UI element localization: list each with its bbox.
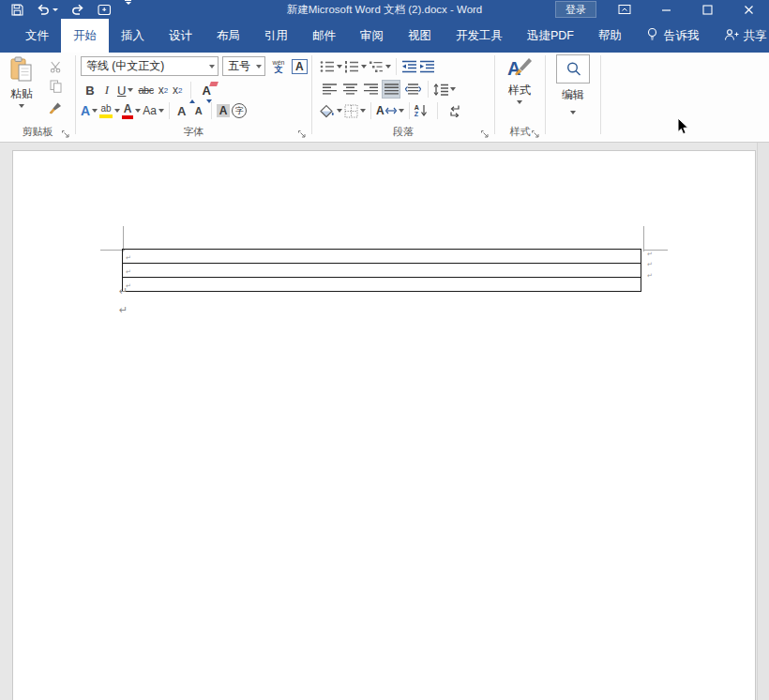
enclose-character-button[interactable]: 字 xyxy=(232,101,247,120)
highlight-color-button[interactable]: ab xyxy=(99,101,120,120)
eraser-icon xyxy=(209,82,219,86)
distribute-button[interactable] xyxy=(402,80,423,99)
tab-references[interactable]: 引用 xyxy=(252,19,300,53)
increase-indent-button[interactable] xyxy=(419,57,435,76)
tab-help[interactable]: 帮助 xyxy=(586,19,634,53)
align-center-button[interactable] xyxy=(340,80,359,99)
vertical-scrollbar[interactable] xyxy=(757,143,769,700)
styles-label: 样式 xyxy=(508,83,531,99)
share-label: 共享 xyxy=(744,28,767,44)
phonetic-guide-button[interactable]: wén 文 xyxy=(269,57,288,76)
redo-icon[interactable] xyxy=(71,0,84,19)
copy-icon[interactable] xyxy=(45,79,66,94)
share-button[interactable]: 共享 xyxy=(712,19,769,53)
format-painter-icon[interactable] xyxy=(45,99,66,116)
tab-insert[interactable]: 插入 xyxy=(109,19,157,53)
sort-button[interactable]: A Z xyxy=(415,101,428,120)
bullets-button[interactable] xyxy=(320,57,342,76)
editing-dropdown-icon[interactable] xyxy=(570,111,576,114)
clipboard-dialog-launcher-icon[interactable] xyxy=(61,129,70,138)
maximize-icon[interactable] xyxy=(686,0,728,19)
paragraph-group-label: 段落 xyxy=(312,125,494,139)
subscript-button[interactable]: x2 xyxy=(158,81,168,99)
quick-access-toolbar xyxy=(0,0,131,19)
highlight-yellow-bar xyxy=(99,114,113,118)
styles-button[interactable]: ​ A 样式 xyxy=(501,56,538,124)
document-page[interactable]: ↵ ↵ ↵ ↵ ↵ ↵ ↵ ↵ xyxy=(12,150,756,700)
styles-dropdown-icon[interactable] xyxy=(517,100,522,104)
table-cell[interactable]: ↵ xyxy=(123,278,641,292)
tab-review[interactable]: 审阅 xyxy=(348,19,396,53)
asian-layout-button[interactable]: A xyxy=(376,101,404,120)
shrink-font-button[interactable]: A xyxy=(191,101,206,120)
underline-button[interactable]: U xyxy=(117,81,133,99)
font-dialog-launcher-icon[interactable] xyxy=(297,129,307,138)
close-icon[interactable] xyxy=(728,0,769,19)
shading-button[interactable] xyxy=(319,101,342,120)
tab-pdf[interactable]: 迅捷PDF xyxy=(515,19,586,53)
underline-dropdown-icon[interactable] xyxy=(128,88,133,92)
table-row: ↵ xyxy=(123,264,641,278)
font-size-dropdown-icon[interactable] xyxy=(256,65,262,68)
tab-design[interactable]: 设计 xyxy=(157,19,204,53)
font-name-select[interactable]: 等线 (中文正文) xyxy=(81,56,219,76)
tab-view[interactable]: 视图 xyxy=(396,19,444,53)
styles-dialog-launcher-icon[interactable] xyxy=(531,129,540,138)
customize-quick-access-icon[interactable] xyxy=(125,0,131,19)
sign-in-button[interactable]: 登录 xyxy=(555,1,596,18)
strikethrough-button[interactable]: abc xyxy=(138,81,153,99)
line-spacing-button[interactable] xyxy=(433,80,456,99)
tab-file[interactable]: 文件 xyxy=(13,19,61,53)
table-cell[interactable]: ↵ xyxy=(123,250,641,264)
font-size-select[interactable]: 五号 xyxy=(222,56,265,76)
save-icon[interactable] xyxy=(11,0,23,19)
decrease-indent-button[interactable] xyxy=(401,57,417,76)
undo-icon[interactable] xyxy=(37,0,58,19)
text-effects-button[interactable]: A xyxy=(81,101,98,120)
font-name-dropdown-icon[interactable] xyxy=(209,65,215,68)
editing-button[interactable]: 编辑 xyxy=(554,54,592,129)
paste-dropdown-icon[interactable] xyxy=(19,104,24,108)
multilevel-list-button[interactable] xyxy=(369,57,391,76)
bold-button[interactable]: B xyxy=(83,81,97,99)
document-table[interactable]: ↵ ↵ ↵ xyxy=(122,249,641,292)
change-case-button[interactable]: Aa xyxy=(143,101,164,120)
justify-button[interactable] xyxy=(382,80,400,99)
table-row: ↵ xyxy=(123,250,641,264)
table-cell[interactable]: ↵ xyxy=(123,264,641,278)
font-color-red-bar xyxy=(122,115,133,119)
find-search-box[interactable] xyxy=(556,54,590,84)
tab-home[interactable]: 开始 xyxy=(61,19,109,53)
tab-layout[interactable]: 布局 xyxy=(204,19,252,53)
grow-font-button[interactable]: A xyxy=(174,101,189,120)
borders-button[interactable] xyxy=(344,101,366,120)
paragraph-mark: ↵ xyxy=(119,304,128,316)
tell-me-box[interactable]: 告诉我 xyxy=(634,19,712,53)
paragraph-mark: ↵ xyxy=(119,285,128,297)
font-group-label: 字体 xyxy=(76,125,311,139)
tab-developer[interactable]: 开发工具 xyxy=(444,19,515,53)
touch-mouse-mode-icon[interactable] xyxy=(98,0,112,19)
italic-button[interactable]: I xyxy=(101,81,113,99)
align-right-button[interactable] xyxy=(361,80,380,99)
cut-icon[interactable] xyxy=(45,59,66,74)
clear-formatting-button[interactable]: A xyxy=(203,81,211,99)
share-person-icon xyxy=(724,28,739,44)
end-of-cell-mark: ↵ xyxy=(126,268,131,275)
undo-dropdown-icon[interactable] xyxy=(53,8,58,11)
minimize-icon[interactable] xyxy=(645,0,686,19)
tab-mailings[interactable]: 邮件 xyxy=(300,19,348,53)
superscript-button[interactable]: x2 xyxy=(173,81,182,99)
end-of-cell-mark: ↵ xyxy=(126,254,131,261)
paragraph-dialog-launcher-icon[interactable] xyxy=(480,129,490,138)
font-color-button[interactable]: A xyxy=(122,101,141,120)
lightbulb-icon xyxy=(646,27,658,44)
end-of-row-mark: ↵ xyxy=(647,272,653,280)
ribbon-display-options-icon[interactable] xyxy=(604,0,645,19)
show-hide-marks-button[interactable] xyxy=(448,101,461,120)
paste-button[interactable]: 粘贴 xyxy=(5,56,38,124)
align-left-button[interactable] xyxy=(320,80,339,99)
numbering-button[interactable] xyxy=(344,57,367,76)
character-border-button[interactable]: A xyxy=(292,57,308,76)
character-shading-button[interactable]: A xyxy=(217,101,231,120)
